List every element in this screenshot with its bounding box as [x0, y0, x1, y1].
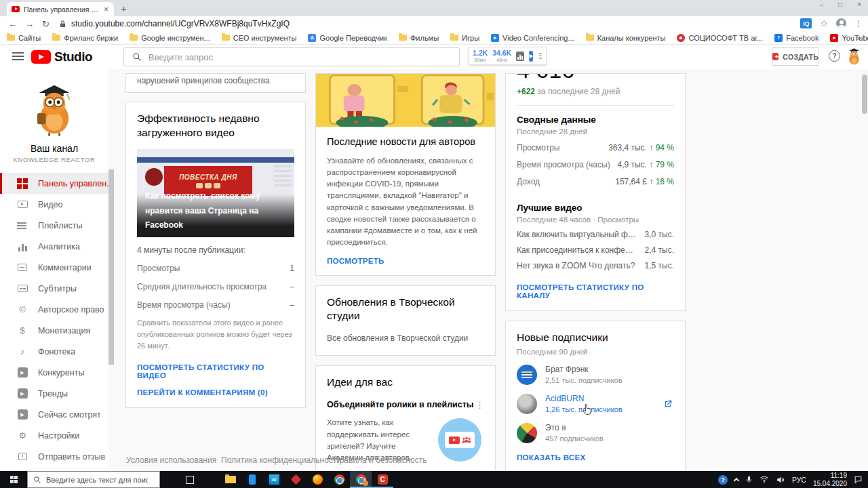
sidebar-item-playlists[interactable]: Плейлисты: [0, 215, 108, 236]
taskbar-search-input[interactable]: [46, 476, 148, 484]
url-text[interactable]: studio.youtube.com/channel/UCgrVRvX8WFBj…: [71, 19, 290, 28]
subscriber-avatar: [517, 365, 537, 385]
help-tray-icon[interactable]: ?: [718, 475, 728, 485]
bookmark-item[interactable]: Игры: [450, 34, 479, 42]
hamburger-menu-icon[interactable]: [12, 56, 24, 57]
top-video-row[interactable]: Нет звука в ZOOM Что делать?1,5 тыс.: [517, 261, 674, 270]
external-link-icon[interactable]: [663, 399, 673, 411]
sidebar-item-analytics[interactable]: Аналитика: [0, 236, 108, 257]
refresh-icon[interactable]: ↻: [42, 20, 50, 28]
bookmark-item[interactable]: Каналы конкуренты: [586, 34, 666, 42]
go-to-comments-link[interactable]: ПЕРЕЙТИ К КОММЕНТАРИЯМ (0): [137, 388, 294, 396]
browser-menu-icon[interactable]: ⋮: [854, 19, 863, 28]
vidiq-widget[interactable]: 1.2K60мн 34.6K48чс ▶: [468, 47, 547, 65]
view-news-link[interactable]: ПОСМОТРЕТЬ: [327, 257, 484, 265]
sidebar-item-watching-now[interactable]: ▶Сейчас смотрят: [0, 404, 108, 425]
taskbar-search[interactable]: [27, 471, 160, 488]
file-explorer-button[interactable]: [220, 471, 241, 488]
tray-chevron-icon[interactable]: [734, 478, 739, 483]
bookmark-item[interactable]: Сайты: [7, 34, 41, 42]
your-phone-button[interactable]: [241, 471, 263, 488]
sidebar-item-competitors[interactable]: ▶Конкуренты: [0, 362, 108, 383]
maximize-button[interactable]: □: [838, 1, 842, 8]
firefox-button[interactable]: [307, 471, 328, 488]
studio-search-box[interactable]: [123, 47, 460, 66]
sidebar-item-settings[interactable]: ⚙Настройки: [0, 425, 108, 446]
forward-icon[interactable]: →: [25, 20, 34, 28]
youtube-play-icon: [31, 50, 51, 64]
youtube-studio-logo[interactable]: Studio: [31, 49, 92, 64]
channel-analytics-link[interactable]: ПОСМОТРЕТЬ СТАТИСТИКУ ПО КАНАЛУ: [517, 283, 674, 300]
sidebar-item-dashboard[interactable]: Панель управлен...: [0, 173, 108, 194]
show-all-link[interactable]: ПОКАЗАТЬ ВСЕХ: [517, 453, 674, 462]
sidebar-item-audio-library[interactable]: ♪Фонотека: [0, 341, 108, 362]
help-button[interactable]: ?: [829, 50, 840, 62]
summary-subtitle: Последние 28 дней: [517, 127, 674, 136]
sidebar-item-feedback[interactable]: !Отправить отзыв: [0, 446, 108, 467]
task-view-button[interactable]: [179, 471, 201, 488]
back-icon[interactable]: ←: [8, 20, 17, 28]
browser-profile-icon[interactable]: [836, 18, 846, 28]
sidebar-scrollbar[interactable]: [108, 169, 114, 365]
close-button[interactable]: ×: [857, 1, 861, 8]
wifi-icon[interactable]: [760, 476, 769, 483]
kebab-menu-icon[interactable]: ⋮: [475, 400, 484, 410]
bookmark-item[interactable]: Google инструмен...: [130, 34, 210, 42]
subscriber-row[interactable]: Это я457 подписчиков: [517, 423, 674, 443]
vidiq-extension-icon[interactable]: IQ: [800, 18, 812, 28]
start-button[interactable]: [0, 471, 27, 488]
create-button[interactable]: СОЗДАТЬ: [772, 47, 819, 66]
sidebar-item-comments[interactable]: Комментарии: [0, 257, 108, 278]
chrome-button[interactable]: [328, 471, 350, 488]
sidebar-item-subtitles[interactable]: Субтитры: [0, 278, 108, 299]
updates-link-text[interactable]: Все обновления в Творческой студии: [327, 332, 484, 344]
bookmark-item[interactable]: AGoogle Переводчик: [308, 34, 387, 42]
aimp-button[interactable]: [285, 471, 307, 488]
bookmark-item[interactable]: ▸Video Conferencing...: [491, 34, 574, 42]
top-video-row[interactable]: Как присоединиться к конференции в ZOOM …: [517, 245, 674, 255]
mail-button[interactable]: ✉: [263, 471, 285, 488]
browser-tab[interactable]: Панель управления каналом - Y ×: [7, 2, 114, 16]
video-thumbnail[interactable]: ПОВЕСТКА ДНЯ Как посмотреть список кому …: [137, 149, 294, 237]
tray-clock[interactable]: 11:1915.04.2020: [813, 472, 847, 488]
sidebar-item-videos[interactable]: Видео: [0, 194, 108, 215]
sidebar-item-copyright[interactable]: ©Авторское право: [0, 299, 108, 320]
safety-link[interactable]: Правила и безопасность: [334, 455, 427, 465]
bookmark-item[interactable]: СЕО инструменты: [222, 34, 297, 42]
top-video-row[interactable]: Как включить виртуальный фон в программе…: [517, 230, 674, 239]
new-tab-button[interactable]: +: [121, 3, 127, 14]
channel-avatar[interactable]: [27, 83, 81, 137]
bookmark-item[interactable]: СОЦИОСОФТ ТВ аг...: [677, 34, 763, 42]
sidebar-item-monetization[interactable]: $Монетизация: [0, 320, 108, 341]
bookmark-item[interactable]: fFacebook: [774, 34, 818, 42]
subscriber-row[interactable]: AcidBURN1,26 тыс. подписчиков: [517, 394, 674, 414]
video-analytics-link[interactable]: ПОСМОТРЕТЬ СТАТИСТИКУ ПО ВИДЕО: [137, 363, 294, 380]
folder-icon: [586, 35, 594, 41]
search-input[interactable]: [149, 52, 459, 62]
bookmark-item[interactable]: Фильмы: [399, 34, 439, 42]
bookmarks-overflow-icon[interactable]: »: [856, 33, 861, 43]
terms-link[interactable]: Условия использования: [126, 455, 216, 465]
channel-name: Ваш канал: [0, 143, 108, 154]
privacy-link[interactable]: Политика конфиденциальности: [221, 455, 341, 465]
action-center-icon[interactable]: [854, 475, 863, 484]
analytics-icon: [16, 241, 28, 253]
bookmark-item[interactable]: Фриланс биржи: [52, 34, 118, 42]
minimize-button[interactable]: –: [820, 1, 824, 8]
chrome-active-button[interactable]: [350, 471, 372, 488]
sidebar-item-trends[interactable]: ▶Тренды: [0, 383, 108, 404]
subscriber-row[interactable]: Брат Фрэнк2,51 тыс. подписчиков: [517, 365, 674, 385]
volume-icon[interactable]: [776, 476, 785, 484]
bookmark-item[interactable]: ▸YouTube: [830, 34, 868, 42]
page-scrollbar[interactable]: [862, 75, 867, 114]
language-indicator[interactable]: РУС: [792, 476, 806, 484]
tab-close-icon[interactable]: ×: [104, 5, 108, 14]
microphone-icon[interactable]: [745, 475, 753, 484]
chart-icon[interactable]: [516, 52, 524, 61]
sociosoft-icon: [677, 34, 685, 42]
vidiq-logo-icon[interactable]: ▶: [529, 51, 533, 62]
vidiq-menu-icon[interactable]: [539, 56, 542, 57]
camtasia-button[interactable]: C: [372, 471, 393, 488]
bookmark-star-icon[interactable]: ☆: [820, 18, 828, 28]
account-avatar[interactable]: [845, 47, 863, 66]
